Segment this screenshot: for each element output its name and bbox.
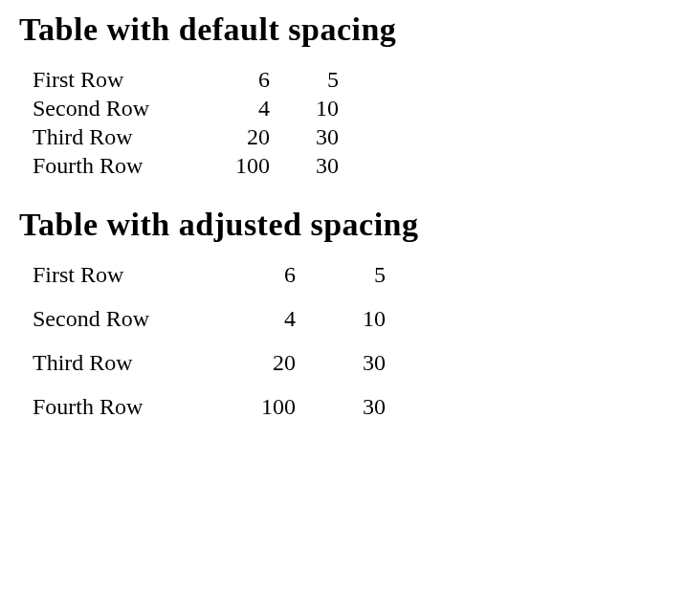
cell-label: Second Row xyxy=(33,289,236,333)
cell-label: Third Row xyxy=(33,333,236,377)
cell-value: 6 xyxy=(236,260,349,289)
heading-adjusted-spacing: Table with adjusted spacing xyxy=(19,207,667,243)
table-row: Third Row 20 30 xyxy=(33,122,339,151)
cell-value: 30 xyxy=(349,333,386,377)
cell-label: First Row xyxy=(33,65,217,94)
heading-default-spacing: Table with default spacing xyxy=(19,11,667,48)
cell-label: Second Row xyxy=(33,94,217,122)
table-row: First Row 6 5 xyxy=(33,65,339,94)
cell-value: 4 xyxy=(217,94,302,122)
table-adjusted-spacing: First Row 6 5 Second Row 4 10 Third Row … xyxy=(33,260,386,421)
cell-value: 10 xyxy=(302,94,339,122)
cell-value: 20 xyxy=(217,122,302,151)
cell-label: Third Row xyxy=(33,122,217,151)
cell-value: 30 xyxy=(302,122,339,151)
cell-value: 4 xyxy=(236,289,349,333)
cell-value: 30 xyxy=(302,151,339,180)
table-row: Fourth Row 100 30 xyxy=(33,151,339,180)
cell-value: 10 xyxy=(349,289,386,333)
table-row: First Row 6 5 xyxy=(33,260,386,289)
cell-label: Fourth Row xyxy=(33,151,217,180)
cell-value: 30 xyxy=(349,377,386,421)
cell-value: 100 xyxy=(236,377,349,421)
table-row: Fourth Row 100 30 xyxy=(33,377,386,421)
cell-label: First Row xyxy=(33,260,236,289)
cell-label: Fourth Row xyxy=(33,377,236,421)
table-row: Second Row 4 10 xyxy=(33,289,386,333)
cell-value: 20 xyxy=(236,333,349,377)
table-default-spacing: First Row 6 5 Second Row 4 10 Third Row … xyxy=(33,65,339,180)
section-default-spacing: Table with default spacing First Row 6 5… xyxy=(19,11,667,180)
cell-value: 5 xyxy=(302,65,339,94)
section-adjusted-spacing: Table with adjusted spacing First Row 6 … xyxy=(19,207,667,421)
table-row: Third Row 20 30 xyxy=(33,333,386,377)
table-row: Second Row 4 10 xyxy=(33,94,339,122)
cell-value: 100 xyxy=(217,151,302,180)
cell-value: 5 xyxy=(349,260,386,289)
cell-value: 6 xyxy=(217,65,302,94)
